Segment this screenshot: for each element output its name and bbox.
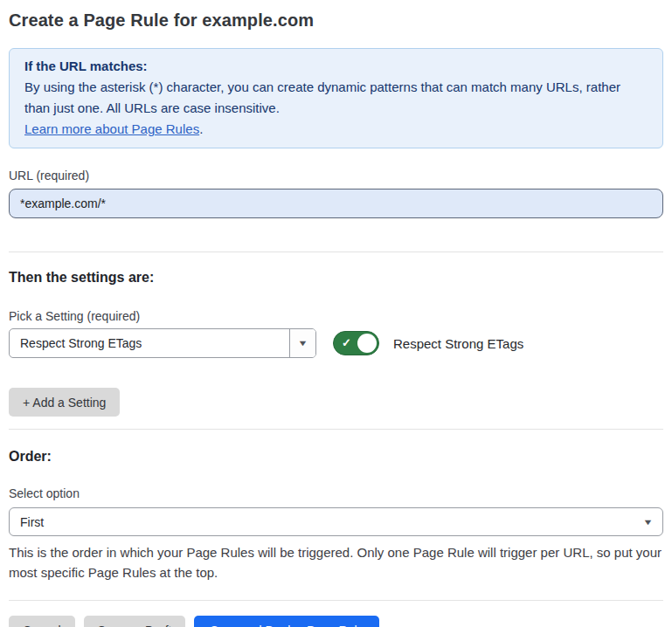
setting-row: Respect Strong ETags ▼ ✓ Respect Strong … <box>9 328 663 358</box>
link-period: . <box>199 121 203 136</box>
setting-dropdown[interactable]: Respect Strong ETags ▼ <box>9 328 316 358</box>
info-box-link-line: Learn more about Page Rules. <box>24 119 648 140</box>
url-field-label: URL (required) <box>9 169 663 183</box>
order-help-text: This is the order in which your Page Rul… <box>9 542 663 582</box>
info-box-body: By using the asterisk (*) character, you… <box>24 77 648 119</box>
setting-toggle[interactable]: ✓ <box>333 331 379 355</box>
info-box-heading: If the URL matches: <box>24 56 648 77</box>
save-deploy-button[interactable]: Save and Deploy Page Rule <box>194 616 379 627</box>
divider <box>9 600 663 601</box>
toggle-knob <box>357 334 377 353</box>
chevron-down-icon: ▼ <box>642 518 653 527</box>
settings-section-heading: Then the settings are: <box>9 270 663 286</box>
setting-toggle-label: Respect Strong ETags <box>393 336 523 351</box>
check-icon: ✓ <box>342 337 351 348</box>
url-match-info-box: If the URL matches: By using the asteris… <box>9 48 663 148</box>
order-section-heading: Order: <box>9 449 663 465</box>
page-title: Create a Page Rule for example.com <box>9 10 663 31</box>
cancel-button[interactable]: Cancel <box>9 616 75 627</box>
learn-more-link[interactable]: Learn more about Page Rules <box>24 121 199 136</box>
chevron-down-icon: ▼ <box>297 339 308 348</box>
order-select-label: Select option <box>9 486 663 500</box>
setting-dropdown-value: Respect Strong ETags <box>10 329 289 357</box>
order-dropdown-value: First <box>20 515 644 529</box>
page-rule-form: Create a Page Rule for example.com If th… <box>0 0 672 627</box>
order-dropdown[interactable]: First ▼ <box>9 507 663 536</box>
save-draft-button[interactable]: Save as Draft <box>84 616 186 627</box>
url-input[interactable] <box>9 189 663 218</box>
pick-setting-label: Pick a Setting (required) <box>9 309 663 323</box>
footer-actions: Cancel Save as Draft Save and Deploy Pag… <box>9 616 663 627</box>
divider <box>9 251 663 252</box>
divider <box>9 429 663 430</box>
add-setting-button[interactable]: + Add a Setting <box>9 388 120 417</box>
setting-dropdown-button[interactable]: ▼ <box>289 329 315 357</box>
